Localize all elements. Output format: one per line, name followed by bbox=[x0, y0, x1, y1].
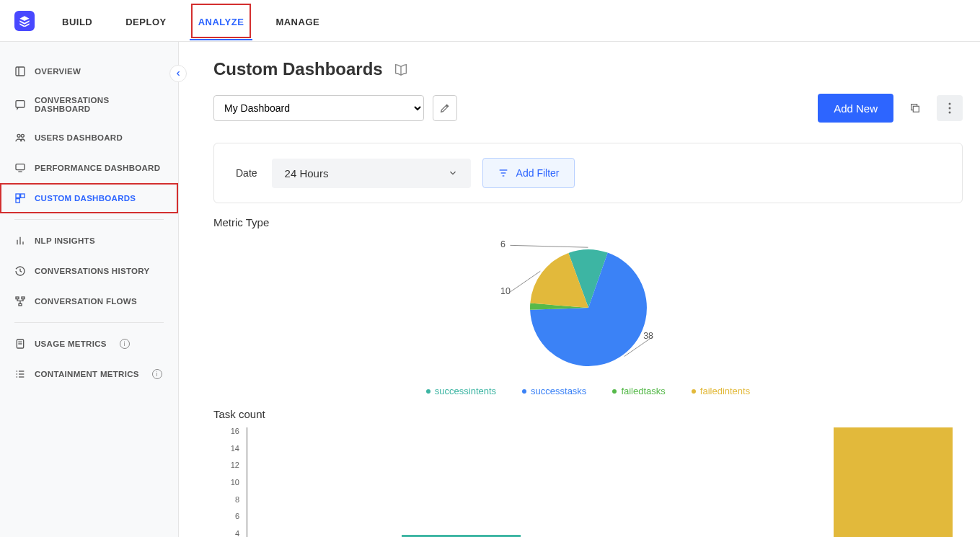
chat-icon bbox=[14, 99, 26, 110]
svg-rect-9 bbox=[16, 199, 19, 203]
bar-plot: faqolog bbox=[247, 427, 963, 537]
svg-point-26 bbox=[949, 103, 951, 105]
nav-build[interactable]: BUILD bbox=[56, 2, 98, 40]
bars-icon bbox=[14, 235, 26, 247]
panel-icon bbox=[14, 66, 26, 77]
top-nav: BUILD DEPLOY ANALYZE MANAGE bbox=[0, 0, 980, 42]
date-label: Date bbox=[236, 167, 257, 179]
legend-dot bbox=[692, 389, 696, 394]
legend-label: successintents bbox=[435, 386, 496, 396]
sidebar-item-usage-metrics[interactable]: USAGE METRICS i bbox=[0, 329, 178, 359]
info-icon[interactable]: i bbox=[120, 339, 130, 349]
edit-button[interactable] bbox=[433, 95, 457, 121]
sidebar-item-performance-dashboard[interactable]: PERFORMANCE DASHBOARD bbox=[0, 153, 178, 183]
legend-item-failedintents[interactable]: failedintents bbox=[692, 386, 750, 396]
sidebar: OVERVIEW CONVERSATIONS DASHBOARD USERS D… bbox=[0, 42, 179, 537]
y-tick: 16 bbox=[231, 427, 239, 435]
legend-item-successtasks[interactable]: successtasks bbox=[522, 386, 586, 396]
svg-rect-25 bbox=[913, 106, 919, 112]
date-range-select[interactable]: 24 Hours bbox=[272, 159, 471, 188]
svg-rect-7 bbox=[16, 194, 19, 198]
sidebar-item-containment-metrics[interactable]: CONTAINMENT METRICS i bbox=[0, 359, 178, 389]
svg-rect-14 bbox=[22, 297, 25, 299]
svg-point-3 bbox=[17, 134, 20, 137]
svg-rect-2 bbox=[16, 101, 25, 107]
legend-dot bbox=[426, 389, 431, 394]
pie-legend: successintentssuccesstasksfailedtasksfai… bbox=[426, 386, 750, 396]
main-content: Custom Dashboards My Dashboard Add New D… bbox=[179, 42, 980, 537]
sidebar-item-label: USAGE METRICS bbox=[35, 339, 107, 348]
sidebar-item-label: CONVERSATIONS DASHBOARD bbox=[35, 96, 164, 113]
monitor-icon bbox=[14, 162, 26, 174]
sidebar-item-conversation-flows[interactable]: CONVERSATION FLOWS bbox=[0, 286, 178, 316]
sidebar-item-label: PERFORMANCE DASHBOARD bbox=[35, 164, 160, 172]
sidebar-divider bbox=[14, 219, 164, 220]
sidebar-item-label: CONTAINMENT METRICS bbox=[35, 370, 139, 378]
pie-label: 38 bbox=[643, 331, 653, 341]
nav-deploy[interactable]: DEPLOY bbox=[120, 2, 172, 40]
legend-label: failedintents bbox=[700, 386, 750, 396]
page-title: Custom Dashboards bbox=[213, 59, 383, 79]
copy-button[interactable] bbox=[902, 95, 928, 121]
filter-icon bbox=[498, 167, 509, 179]
bar-slot bbox=[535, 427, 675, 537]
add-filter-button[interactable]: Add Filter bbox=[482, 158, 575, 188]
list-icon bbox=[14, 368, 26, 380]
svg-rect-13 bbox=[16, 297, 19, 299]
bar-chart: 0246810121416 faqolog bbox=[213, 427, 963, 537]
app-logo[interactable] bbox=[14, 11, 35, 31]
svg-rect-8 bbox=[21, 194, 25, 198]
y-tick: 4 bbox=[235, 530, 239, 537]
sidebar-item-label: OVERVIEW bbox=[35, 67, 81, 76]
bar-slot: faq bbox=[247, 427, 387, 537]
sidebar-item-conversations-history[interactable]: CONVERSATIONS HISTORY bbox=[0, 256, 178, 286]
toolbar: My Dashboard Add New bbox=[213, 94, 963, 123]
chevron-left-icon bbox=[175, 70, 182, 77]
more-button[interactable] bbox=[937, 95, 963, 121]
nav-analyze[interactable]: ANALYZE bbox=[190, 2, 253, 40]
bar[interactable] bbox=[834, 427, 953, 537]
sidebar-collapse-button[interactable] bbox=[169, 65, 187, 82]
bar-slot bbox=[679, 427, 819, 537]
y-tick: 8 bbox=[235, 496, 239, 504]
sidebar-item-label: NLP INSIGHTS bbox=[35, 236, 95, 245]
kebab-icon bbox=[948, 102, 951, 114]
y-tick: 6 bbox=[235, 512, 239, 520]
sidebar-item-overview[interactable]: OVERVIEW bbox=[0, 56, 178, 86]
sidebar-item-custom-dashboards[interactable]: CUSTOM DASHBOARDS bbox=[0, 183, 178, 213]
chevron-down-icon bbox=[448, 168, 458, 178]
sidebar-item-users-dashboard[interactable]: USERS DASHBOARD bbox=[0, 123, 178, 153]
sidebar-item-label: CUSTOM DASHBOARDS bbox=[35, 194, 136, 203]
svg-rect-5 bbox=[16, 164, 25, 170]
pie-chart: 63810 successintentssuccesstasksfailedta… bbox=[311, 236, 866, 396]
svg-point-27 bbox=[949, 107, 951, 110]
copy-icon bbox=[909, 102, 921, 114]
users-icon bbox=[14, 132, 26, 143]
info-icon[interactable]: i bbox=[152, 369, 162, 379]
sidebar-item-conversations-dashboard[interactable]: CONVERSATIONS DASHBOARD bbox=[0, 86, 178, 123]
svg-point-4 bbox=[21, 134, 24, 137]
svg-rect-15 bbox=[19, 303, 22, 306]
history-icon bbox=[14, 265, 26, 277]
bar-y-axis: 0246810121416 bbox=[213, 427, 244, 537]
pie-label: 10 bbox=[500, 286, 511, 296]
add-filter-label: Add Filter bbox=[516, 167, 560, 179]
sidebar-item-label: CONVERSATIONS HISTORY bbox=[35, 267, 149, 275]
legend-item-failedtasks[interactable]: failedtasks bbox=[612, 386, 665, 396]
sidebar-item-label: CONVERSATION FLOWS bbox=[35, 297, 137, 306]
bar-slot bbox=[392, 427, 531, 537]
nav-manage[interactable]: MANAGE bbox=[270, 2, 325, 40]
doc-icon bbox=[14, 338, 26, 350]
legend-dot bbox=[522, 389, 526, 394]
legend-item-successintents[interactable]: successintents bbox=[426, 386, 496, 396]
dashboard-select[interactable]: My Dashboard bbox=[213, 95, 424, 121]
add-new-button[interactable]: Add New bbox=[818, 94, 893, 123]
book-icon bbox=[393, 61, 409, 77]
sidebar-divider bbox=[14, 322, 164, 323]
sidebar-item-nlp-insights[interactable]: NLP INSIGHTS bbox=[0, 226, 178, 256]
pie-label: 6 bbox=[500, 239, 506, 249]
legend-dot bbox=[612, 389, 617, 394]
widget-title-metric-type: Metric Type bbox=[213, 216, 963, 228]
y-tick: 10 bbox=[231, 479, 239, 487]
widget-title-task-count: Task count bbox=[213, 408, 963, 420]
